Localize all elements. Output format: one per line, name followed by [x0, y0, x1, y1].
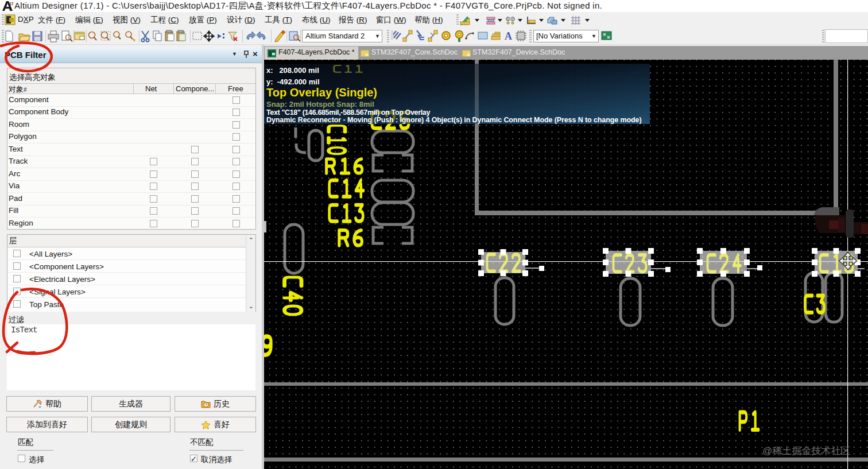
- svg-text:A: A: [505, 30, 512, 42]
- svg-text:17: 17: [9, 2, 13, 6]
- svg-text:@稀土掘金技术社区: @稀土掘金技术社区: [762, 445, 850, 456]
